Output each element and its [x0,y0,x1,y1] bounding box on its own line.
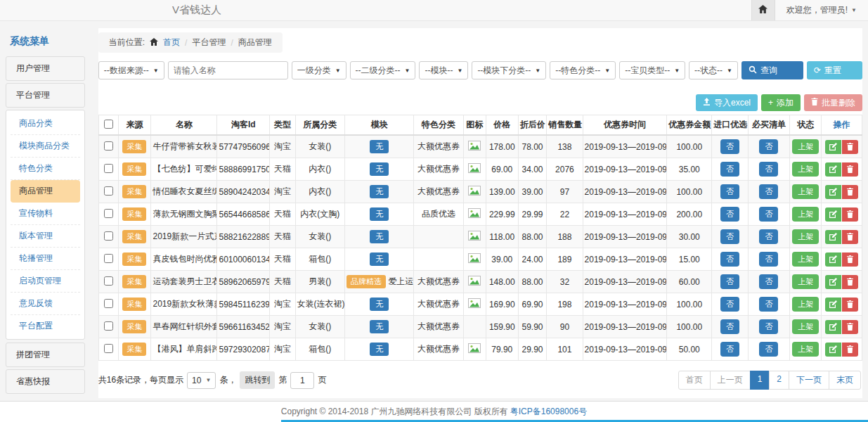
edit-button[interactable] [825,275,841,289]
page-button[interactable]: 首页 [678,371,711,390]
import-select-toggle[interactable]: 否 [720,252,739,267]
status-toggle[interactable]: 上架 [792,207,819,222]
status-select[interactable]: --状态--▼ [689,61,738,79]
add-button[interactable]: + 添加 [761,94,801,111]
must-buy-toggle[interactable]: 否 [759,162,778,177]
row-checkbox[interactable] [104,254,113,263]
user-menu[interactable]: 欢迎您，管理员! ▼ [775,4,868,16]
row-checkbox[interactable] [104,276,113,286]
import-excel-button[interactable]: 导入excel [696,94,758,111]
feature-category-select[interactable]: --特色分类--▼ [550,61,616,79]
edit-button[interactable] [825,320,841,334]
delete-button[interactable] [842,275,858,289]
must-buy-toggle[interactable]: 否 [759,139,778,154]
status-toggle[interactable]: 上架 [792,229,819,244]
sidebar-item[interactable]: 特色分类 [11,158,80,180]
must-buy-toggle[interactable]: 否 [759,184,778,199]
data-source-select[interactable]: --数据来源--▼ [98,61,164,79]
level1-category-select[interactable]: 一级分类▼ [292,61,346,79]
search-button[interactable]: 查询 [741,61,803,79]
jump-to-button[interactable]: 跳转到 [240,371,275,389]
sidebar-item[interactable]: 模块商品分类 [11,135,80,158]
edit-button[interactable] [825,252,841,267]
sidebar-item[interactable]: 宣传物料 [11,203,80,225]
module-select[interactable]: --模块--▼ [419,61,468,79]
delete-button[interactable] [842,298,858,312]
must-buy-toggle[interactable]: 否 [759,274,778,289]
import-select-toggle[interactable]: 否 [720,139,739,154]
status-toggle[interactable]: 上架 [792,252,819,267]
delete-button[interactable] [842,343,858,357]
status-toggle[interactable]: 上架 [792,342,819,357]
page-size-select[interactable]: 10 ▼ [187,372,216,389]
must-buy-toggle[interactable]: 否 [759,252,778,267]
reset-button[interactable]: ⟳ 重置 [807,61,862,79]
page-button[interactable]: 上一页 [710,371,751,390]
sidebar-item[interactable]: 轮播管理 [11,248,80,270]
sidebar-item[interactable]: 意见反馈 [11,293,80,315]
breadcrumb-home-link[interactable]: 首页 [163,37,180,49]
module-sub-category-select[interactable]: --模块下分类--▼ [472,61,546,79]
sidebar-section[interactable]: 拼团管理 [6,343,85,367]
sidebar-section[interactable]: 省惠快报 [6,369,85,394]
page-button[interactable]: 下一页 [789,371,829,390]
import-select-toggle[interactable]: 否 [720,274,739,289]
select-all-checkbox[interactable] [104,120,113,129]
batch-delete-button[interactable]: 批量删除 [804,94,862,111]
row-checkbox[interactable] [104,299,113,308]
status-toggle[interactable]: 上架 [792,319,819,334]
sidebar-section[interactable]: 平台管理 [6,83,85,108]
import-select-toggle[interactable]: 否 [720,207,739,222]
row-checkbox[interactable] [104,321,113,331]
page-button[interactable]: 末页 [829,371,861,390]
item-type-select[interactable]: --宝贝类型--▼ [619,61,685,79]
status-toggle[interactable]: 上架 [792,297,819,312]
edit-button[interactable] [825,140,841,154]
sidebar-item[interactable]: 商品管理 [11,180,80,203]
edit-button[interactable] [825,162,841,177]
edit-button[interactable] [825,185,841,199]
import-select-toggle[interactable]: 否 [720,229,739,244]
must-buy-toggle[interactable]: 否 [759,342,778,357]
must-buy-toggle[interactable]: 否 [759,229,778,244]
import-select-toggle[interactable]: 否 [720,297,739,312]
row-checkbox[interactable] [104,209,113,218]
edit-button[interactable] [825,298,841,312]
edit-button[interactable] [825,230,841,244]
must-buy-toggle[interactable]: 否 [759,207,778,222]
page-button[interactable]: 1 [750,371,770,390]
row-checkbox[interactable] [104,164,113,173]
name-input[interactable] [168,61,288,79]
icp-link[interactable]: 粤ICP备16098006号 [510,406,587,418]
delete-button[interactable] [842,320,858,334]
import-select-toggle[interactable]: 否 [720,162,739,177]
row-checkbox[interactable] [104,141,113,151]
sidebar-item[interactable]: 商品分类 [11,113,80,135]
row-checkbox[interactable] [104,186,113,196]
delete-button[interactable] [842,162,858,177]
sidebar-section[interactable]: 用户管理 [6,56,85,81]
import-select-toggle[interactable]: 否 [720,319,739,334]
status-toggle[interactable]: 上架 [792,184,819,199]
status-toggle[interactable]: 上架 [792,274,819,289]
status-toggle[interactable]: 上架 [792,162,819,177]
status-toggle[interactable]: 上架 [792,139,819,154]
level2-category-select[interactable]: --二级分类--▼ [350,61,416,79]
import-select-toggle[interactable]: 否 [720,342,739,357]
page-button[interactable]: 2 [769,371,789,390]
delete-button[interactable] [842,207,858,222]
delete-button[interactable] [842,230,858,244]
home-button[interactable] [751,0,775,20]
edit-button[interactable] [825,343,841,357]
delete-button[interactable] [842,185,858,199]
delete-button[interactable] [842,252,858,267]
row-checkbox[interactable] [104,344,113,353]
edit-button[interactable] [825,207,841,222]
sidebar-item[interactable]: 版本管理 [11,225,80,248]
must-buy-toggle[interactable]: 否 [759,297,778,312]
import-select-toggle[interactable]: 否 [720,184,739,199]
must-buy-toggle[interactable]: 否 [759,319,778,334]
sidebar-item[interactable]: 平台配置 [11,315,80,337]
jump-page-input[interactable] [290,372,314,389]
row-checkbox[interactable] [104,231,113,241]
